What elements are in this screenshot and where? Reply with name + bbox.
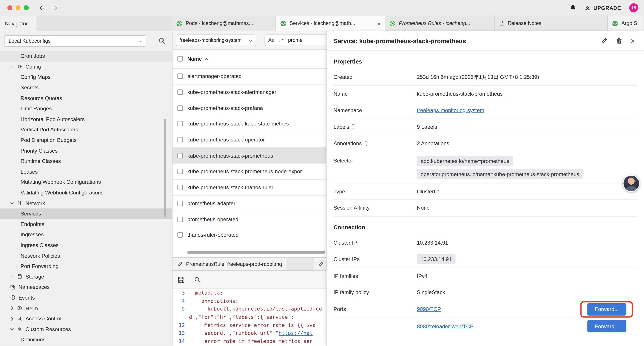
sidebar-item-validating-webhook-configurations[interactable]: Validating Webhook Configurations [0, 187, 172, 198]
sidebar-item-vertical-pod-autoscalers[interactable]: Vertical Pod Autoscalers [0, 124, 172, 135]
horizontal-scrollbar[interactable] [187, 251, 325, 254]
sidebar-scrollbar[interactable] [164, 119, 166, 217]
sidebar-item-namespaces[interactable]: Namespaces [0, 282, 172, 292]
trash-icon[interactable] [616, 37, 623, 44]
row-checkbox[interactable] [177, 201, 182, 206]
minimize-window-button[interactable] [16, 5, 20, 10]
name-column-header[interactable]: Name [187, 56, 202, 62]
sidebar-item-network-policies[interactable]: Network Policies [0, 250, 172, 261]
sidebar-item-runtime-classes[interactable]: Runtime Classes [0, 156, 172, 166]
row-checkbox[interactable] [177, 105, 182, 111]
sidebar-item-resource-quotas[interactable]: Resource Quotas [0, 93, 172, 103]
back-icon[interactable] [38, 4, 46, 11]
notification-count-badge[interactable]: 15 [629, 3, 638, 12]
regex-toggle[interactable]: .* [278, 37, 284, 43]
upgrade-button[interactable]: UPGRADE [584, 5, 621, 11]
match-case-toggle[interactable]: Aa [268, 37, 275, 43]
edit-icon[interactable] [601, 37, 608, 44]
sidebar-item-config-maps[interactable]: Config Maps [0, 72, 172, 82]
port-link[interactable]: 8080:reloader-web/TCP [417, 323, 474, 329]
save-icon[interactable] [177, 276, 185, 283]
tab-release-notes[interactable]: Release Notes [494, 15, 608, 31]
table-row[interactable]: kube-prometheus-stack-grafana [172, 100, 326, 116]
search-input[interactable]: Aa .* prome [264, 34, 326, 46]
row-checkbox[interactable] [177, 153, 182, 158]
tab-pods-icecheng-mathmas[interactable]: Pods - icecheng@mathmas... [172, 15, 276, 31]
table-row[interactable]: alertmanager-operated [172, 68, 326, 84]
port-link[interactable]: 9090/TCP [417, 306, 441, 312]
table-row[interactable]: kube-prometheus-stack-prometheus [172, 148, 326, 164]
row-checkbox[interactable] [177, 121, 182, 127]
user-avatar[interactable] [623, 175, 640, 192]
table-row[interactable]: kube-prometheus-stack-prometheus-node-ex… [172, 164, 326, 180]
table-row[interactable]: prometheus-adapter [172, 196, 326, 211]
forward-button[interactable]: Forward... [587, 320, 626, 333]
navigator-header[interactable]: Navigator [0, 15, 36, 31]
search-icon[interactable] [194, 276, 201, 283]
table-row[interactable]: prometheus-operated [172, 211, 326, 227]
chevron-right-icon[interactable] [10, 306, 14, 310]
search-icon[interactable] [158, 37, 166, 44]
table-row[interactable]: kube-prometheus-stack-kube-state-metrics [172, 116, 326, 132]
row-checkbox[interactable] [177, 216, 182, 222]
table-header[interactable]: Name [172, 50, 326, 68]
table-row[interactable]: kube-prometheus-stack-alertmanager [172, 84, 326, 100]
sidebar-item-storage[interactable]: Storage [0, 271, 172, 282]
table-row[interactable]: thanos-ruler-operated [172, 227, 326, 243]
maximize-window-button[interactable] [24, 5, 29, 10]
row-checkbox[interactable] [177, 232, 182, 238]
close-window-button[interactable] [8, 5, 12, 10]
property-value-link[interactable]: freeleaps-monitoring-system [417, 107, 484, 113]
row-checkbox[interactable] [177, 185, 182, 190]
chevron-down-icon[interactable] [10, 201, 14, 205]
sidebar-item-ingress-classes[interactable]: Ingress Classes [0, 240, 172, 251]
sidebar-item-cron-jobs[interactable]: Cron Jobs [0, 51, 172, 61]
expand-collapse-icon[interactable] [352, 124, 354, 129]
sidebar-item-network[interactable]: Network [0, 198, 172, 209]
sidebar-item-port-forwarding[interactable]: Port Forwarding [0, 261, 172, 271]
sidebar-item-horizontal-pod-autoscalers[interactable]: Horizontal Pod Autoscalers [0, 114, 172, 124]
tab-argo-s[interactable]: Argo S [608, 15, 644, 31]
sidebar-item-access-control[interactable]: Access Control [0, 313, 172, 324]
forward-button[interactable]: Forward... [587, 303, 626, 315]
row-checkbox[interactable] [177, 90, 182, 95]
sidebar-item-definitions[interactable]: Definitions [0, 335, 172, 345]
chevron-right-icon[interactable] [10, 275, 14, 279]
editor-tab[interactable]: PrometheusRule: freeleaps-prod-rabbitmq [172, 258, 287, 271]
yaml-editor[interactable]: 3 metadata:4 annotations:5 kubectl.kuber… [172, 289, 326, 346]
row-checkbox[interactable] [177, 74, 182, 79]
sidebar-item-limit-ranges[interactable]: Limit Ranges [0, 103, 172, 114]
expand-collapse-icon[interactable] [364, 141, 366, 146]
table-row[interactable]: kube-prometheus-stack-thanos-ruler [172, 180, 326, 195]
close-icon[interactable]: × [630, 37, 635, 45]
sidebar-item-leases[interactable]: Leases [0, 166, 172, 177]
chevron-right-icon[interactable] [10, 317, 14, 321]
forward-icon[interactable] [51, 4, 58, 11]
sidebar-item-services[interactable]: Services [0, 209, 172, 219]
code-text: kubectl.kubernetes.io/last-applied-co [189, 306, 322, 312]
editor-tab-partial[interactable] [314, 258, 326, 271]
chevron-down-icon[interactable] [10, 327, 14, 331]
row-checkbox[interactable] [177, 169, 182, 174]
notification-bell-icon[interactable] [570, 4, 576, 11]
sidebar-item-endpoints[interactable]: Endpoints [0, 219, 172, 230]
sidebar-item-helm[interactable]: Helm [0, 303, 172, 313]
select-all-checkbox[interactable] [177, 56, 182, 61]
sidebar-item-secrets[interactable]: Secrets [0, 82, 172, 93]
sidebar-item-mutating-webhook-configurations[interactable]: Mutating Webhook Configurations [0, 177, 172, 187]
sidebar-item-pod-disruption-budgets[interactable]: Pod Disruption Budgets [0, 135, 172, 145]
tab-prometheus-rules-icecheng[interactable]: Prometheus Rules - icecheng... [385, 15, 494, 31]
chevron-down-icon[interactable] [10, 65, 14, 69]
sidebar-item-config[interactable]: Config [0, 61, 172, 72]
sidebar-item-events[interactable]: Events [0, 292, 172, 303]
kubeconfig-selector[interactable]: Local Kubeconfigs [4, 35, 146, 47]
property-label: IP family policy [334, 289, 369, 296]
sidebar-item-priority-classes[interactable]: Priority Classes [0, 145, 172, 156]
sidebar-item-custom-resources[interactable]: Custom Resources [0, 324, 172, 335]
namespace-filter-dropdown[interactable]: freeleaps-monitoring-system [176, 34, 256, 46]
table-row[interactable]: kube-prometheus-stack-operator [172, 132, 326, 148]
tab-services-icecheng-math[interactable]: Services - icecheng@math...× [276, 15, 385, 31]
tab-close-icon[interactable]: × [377, 20, 381, 26]
row-checkbox[interactable] [177, 137, 182, 142]
sidebar-item-ingresses[interactable]: Ingresses [0, 230, 172, 240]
